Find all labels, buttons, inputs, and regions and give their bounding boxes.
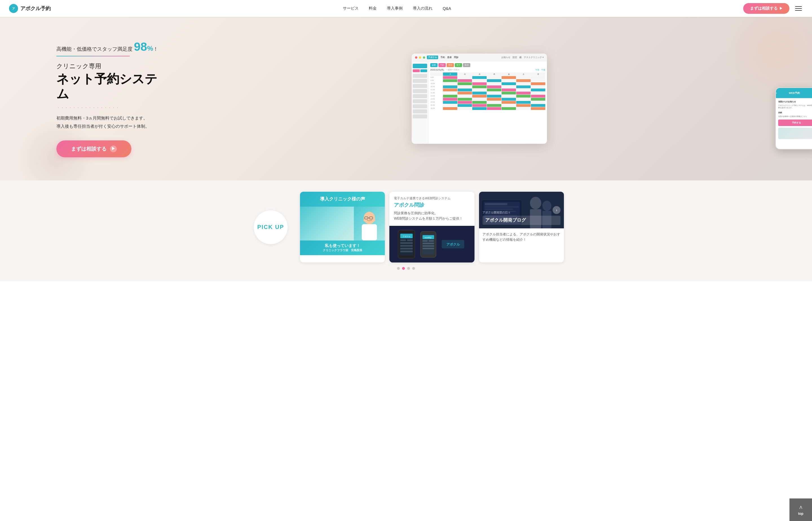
svg-rect-26 (429, 240, 434, 242)
card-service-desc: 問診業務を圧倒的に効率化。WEB問診システムを月額１万円からご提供！ (394, 210, 470, 221)
svg-rect-4 (362, 224, 377, 241)
dash-body: 診察 予約 受付 完了 取消 2021/12/1(水) 一週間〜月間 ▾ 午前 … (412, 62, 547, 144)
dash-top-bar: 診察 予約 受付 完了 取消 (430, 63, 545, 67)
mobile-cta-button[interactable]: 予約する (778, 119, 812, 126)
logo-icon: ア (9, 4, 18, 13)
person-illustration (354, 207, 385, 241)
hamburger-line1 (795, 6, 802, 7)
hero-image-area: アポクル 予約 患者 問診 お知らせ 設定 鑑 テストクリニック ▾ (169, 53, 812, 144)
mobile-body: 当院からのお知らせ アポクルクリニック予約システムは、WEB等 医療を提供できま… (776, 98, 812, 141)
pickup-circle: PICK UP (254, 210, 288, 244)
nav-service[interactable]: サービス (343, 6, 359, 11)
hero-desc-line1: 初期費用無料・3ヵ月間無料でお試しできます。 (57, 116, 148, 120)
card-voice[interactable]: 導入クリニック様の声 (300, 192, 385, 263)
mobile-menu-icon: ≡ (776, 92, 777, 94)
card-voice-subtitle: 私も使っています！ クリニックフラウ栄 宮島院長 (300, 241, 385, 255)
svg-rect-16 (407, 240, 413, 241)
header: ア アポクル予約 サービス 料金 導入事例 導入の流れ Q&A まずは相談する … (0, 0, 812, 17)
mobile-section-title: 内科 (778, 111, 812, 114)
card-blog-title: アポクル開発ブログ (482, 216, 561, 225)
main-nav: サービス 料金 導入事例 導入の流れ Q&A (343, 6, 451, 11)
card-service[interactable]: 電子カルテ連携できるWEB問診システム アポクル問診 問診業務を圧倒的に効率化。… (389, 192, 474, 263)
card-blog-body: アポクル担当者による、アポクルの開発状況やおすすめ機能などの情報を紹介！ (479, 228, 564, 246)
hero-stat-percent: % (147, 45, 153, 52)
hero-stat-number: 98 (134, 40, 147, 53)
pickup-inner: PICK UP 導入クリニック様の声 (237, 192, 575, 263)
svg-text:アポクル: アポクル (403, 235, 410, 237)
svg-rect-27 (423, 243, 434, 244)
card-voice-title: 導入クリニック様の声 (320, 197, 365, 201)
dot-2[interactable] (402, 267, 405, 270)
hero-cta-button[interactable]: まずは相談する ▶ (57, 140, 131, 157)
hero-dots-decoration (57, 107, 118, 109)
dot-3[interactable] (407, 267, 410, 270)
svg-text:アポクル: アポクル (446, 243, 460, 246)
hamburger-button[interactable] (794, 5, 803, 12)
svg-point-6 (372, 219, 375, 222)
card-service-image: アポクル WEB問診 (389, 226, 474, 263)
dash-logo: アポクル 予約 患者 問診 お知らせ 設定 鑑 テストクリニック ▾ (427, 55, 544, 59)
logo[interactable]: ア アポクル予約 (9, 4, 51, 13)
sidebar-tabs (413, 69, 427, 72)
sidebar-row5 (413, 94, 427, 98)
svg-rect-28 (423, 245, 434, 247)
svg-text:ア: ア (12, 7, 15, 10)
dash-calendar-header: 2021/12/1(水) 一週間〜月間 ▾ 午前 午後 (430, 68, 545, 71)
mobile-header: ≡ WEB予約 (776, 88, 812, 98)
header-right: まずは相談する ▶ (743, 3, 803, 14)
card-service-title: アポクル問診 (394, 202, 470, 208)
nav-price[interactable]: 料金 (369, 6, 377, 11)
sidebar-date (413, 64, 427, 68)
pickup-dots (0, 267, 812, 270)
dot-1[interactable] (397, 267, 400, 270)
pickup-label-wrapper: PICK UP (248, 192, 293, 263)
card-blog-tag: アポクル開発部の日々 (482, 210, 561, 214)
card-voice-image (300, 207, 385, 241)
nav-cases[interactable]: 導入事例 (387, 6, 403, 11)
mobile-image-placeholder (778, 128, 812, 139)
tab5: 取消 (463, 63, 470, 67)
svg-rect-25 (423, 240, 428, 242)
nav-flow[interactable]: 導入の流れ (413, 6, 432, 11)
hero-subtitle-text: 高機能・低価格でスタッフ満足度 (57, 46, 133, 52)
dot-yellow (419, 56, 421, 59)
svg-rect-18 (400, 245, 413, 247)
logo-text: アポクル予約 (20, 5, 51, 12)
dashboard-mockup: アポクル 予約 患者 問診 お知らせ 設定 鑑 テストクリニック ▾ (412, 53, 547, 144)
sidebar-row8 (413, 109, 427, 113)
svg-text:WEB問診: WEB問診 (425, 237, 432, 239)
nav-qa[interactable]: Q&A (443, 6, 451, 11)
hero-description: 初期費用無料・3ヵ月間無料でお試しできます。 導入後も専任担当者が付く安心のサポ… (57, 114, 169, 130)
svg-rect-29 (423, 248, 434, 249)
hero-content: 高機能・低価格でスタッフ満足度 98%！ クリニック専用 ネット予約システム 初… (0, 23, 169, 175)
sidebar-row6 (413, 99, 427, 103)
card-blog-overlay: アポクル開発部の日々 アポクル開発ブログ (479, 192, 564, 228)
header-cta-button[interactable]: まずは相談する ▶ (743, 3, 789, 14)
mobile-dept-desc: 当院の診療科へ記述的の情報はこちら (778, 115, 812, 118)
hamburger-line2 (795, 8, 802, 9)
tab2: 予約 (438, 63, 446, 67)
mobile-mockup: ≡ WEB予約 当院からのお知らせ アポクルクリニック予約システムは、WEB等 … (775, 87, 812, 150)
hero-cta-label: まずは相談する (71, 145, 107, 152)
sidebar-row9 (413, 114, 427, 118)
sidebar-row1 (413, 74, 427, 78)
card-blog[interactable]: アポクル開発部の日々 アポクル開発ブログ › アポクル担当者による、アポクルの開… (479, 192, 564, 263)
arrow-text: ▶ (111, 146, 115, 152)
card-blog-image: アポクル開発部の日々 アポクル開発ブログ › (479, 192, 564, 228)
dot-4[interactable] (412, 267, 415, 270)
mobile-notice-title: 当院からのお知らせ (778, 100, 812, 103)
dash-header: アポクル 予約 患者 問診 お知らせ 設定 鑑 テストクリニック ▾ (412, 53, 547, 62)
sidebar-row7 (413, 104, 427, 108)
hero-stat-exclaim: ！ (153, 46, 158, 52)
svg-rect-15 (400, 240, 406, 241)
card-service-tag: 電子カルテ連携できるWEB問診システム (394, 196, 470, 200)
card-voice-subtitle-text: 私も使っています！ (303, 243, 382, 248)
dash-main: 診察 予約 受付 完了 取消 2021/12/1(水) 一週間〜月間 ▾ 午前 … (429, 62, 547, 144)
hero-desc-line2: 導入後も専任担当者が付く安心のサポート体制。 (57, 124, 150, 129)
hero-title-big: ネット予約システム (57, 72, 169, 101)
card-blog-next-arrow[interactable]: › (552, 206, 561, 214)
pickup-section: PICK UP 導入クリニック様の声 (0, 180, 812, 281)
pickup-label: PICK UP (257, 224, 284, 230)
sidebar-row3 (413, 84, 427, 88)
dash-sidebar (412, 62, 429, 144)
